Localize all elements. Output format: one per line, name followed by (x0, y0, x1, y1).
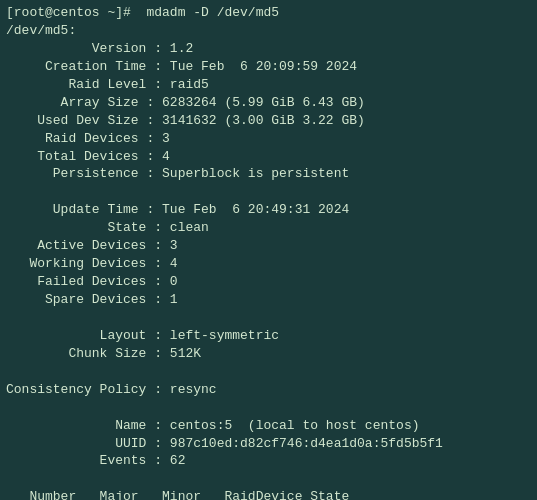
line-value: : resync (146, 381, 216, 399)
output-line: Number Major Minor RaidDevice State (6, 488, 531, 500)
output-line: Active Devices : 3 (6, 237, 531, 255)
line-value: : 512K (146, 345, 201, 363)
device-label-line: /dev/md5: (6, 22, 531, 40)
line-label: Creation Time (6, 58, 146, 76)
line-value: : 1 (146, 291, 177, 309)
line-value: : 1.2 (146, 40, 193, 58)
output-line: Array Size : 6283264 (5.99 GiB 6.43 GB) (6, 94, 531, 112)
output-line: UUID : 987c10ed:d82cf746:d4ea1d0a:5fd5b5… (6, 435, 531, 453)
line-label: Raid Level (6, 76, 146, 94)
line-value: : centos:5 (local to host centos) (146, 417, 419, 435)
output-line: Working Devices : 4 (6, 255, 531, 273)
output-line: Failed Devices : 0 (6, 273, 531, 291)
output-line (6, 399, 531, 417)
line-value: : 3 (146, 237, 177, 255)
line-label: Chunk Size (6, 345, 146, 363)
line-value: : 0 (146, 273, 177, 291)
line-label: Total Devices (6, 148, 139, 166)
output-line: Update Time : Tue Feb 6 20:49:31 2024 (6, 201, 531, 219)
line-label: Used Dev Size (6, 112, 139, 130)
output-line: Raid Devices : 3 (6, 130, 531, 148)
output-line (6, 309, 531, 327)
output-line: Consistency Policy : resync (6, 381, 531, 399)
line-label: Failed Devices (6, 273, 146, 291)
output-line (6, 183, 531, 201)
output-line (6, 363, 531, 381)
terminal-window: [root@centos ~]# mdadm -D /dev/md5 /dev/… (0, 0, 537, 500)
line-label: Layout (6, 327, 146, 345)
line-label: Raid Devices (6, 130, 139, 148)
line-value: : 4 (139, 148, 170, 166)
line-value: : Tue Feb 6 20:09:59 2024 (146, 58, 357, 76)
line-value: : 6283264 (5.99 GiB 6.43 GB) (139, 94, 365, 112)
line-label: UUID (6, 435, 146, 453)
prompt-text: [root@centos ~]# mdadm -D /dev/md5 (6, 4, 279, 22)
output-line: Creation Time : Tue Feb 6 20:09:59 2024 (6, 58, 531, 76)
line-label: State (6, 219, 146, 237)
line-label: Array Size (6, 94, 139, 112)
line-label: Working Devices (6, 255, 146, 273)
output-lines: Version : 1.2 Creation Time : Tue Feb 6 … (6, 40, 531, 500)
line-label: Events (6, 452, 146, 470)
line-value: : 62 (146, 452, 185, 470)
output-line: Chunk Size : 512K (6, 345, 531, 363)
output-line: Version : 1.2 (6, 40, 531, 58)
line-value: : 3141632 (3.00 GiB 3.22 GB) (139, 112, 365, 130)
prompt-line: [root@centos ~]# mdadm -D /dev/md5 (6, 4, 531, 22)
output-line: Spare Devices : 1 (6, 291, 531, 309)
line-label: Name (6, 417, 146, 435)
output-line: Raid Level : raid5 (6, 76, 531, 94)
line-label: Spare Devices (6, 291, 146, 309)
line-value: : 3 (139, 130, 170, 148)
line-value: : clean (146, 219, 208, 237)
output-line: State : clean (6, 219, 531, 237)
output-line: Persistence : Superblock is persistent (6, 165, 531, 183)
output-line: Used Dev Size : 3141632 (3.00 GiB 3.22 G… (6, 112, 531, 130)
line-label: Update Time (6, 201, 139, 219)
line-label: Version (6, 40, 146, 58)
line-label: Number Major Minor RaidDevice State (6, 488, 349, 500)
line-label: Persistence (6, 165, 139, 183)
output-line (6, 470, 531, 488)
line-value: : raid5 (146, 76, 208, 94)
output-line: Layout : left-symmetric (6, 327, 531, 345)
device-label: /dev/md5: (6, 22, 76, 40)
output-line: Total Devices : 4 (6, 148, 531, 166)
line-value: : left-symmetric (146, 327, 279, 345)
line-label: Consistency Policy (6, 381, 146, 399)
line-value: : 4 (146, 255, 177, 273)
output-line: Name : centos:5 (local to host centos) (6, 417, 531, 435)
line-label: Active Devices (6, 237, 146, 255)
line-value: : Tue Feb 6 20:49:31 2024 (139, 201, 350, 219)
output-line: Events : 62 (6, 452, 531, 470)
line-value: : 987c10ed:d82cf746:d4ea1d0a:5fd5b5f1 (146, 435, 442, 453)
line-value: : Superblock is persistent (139, 165, 350, 183)
